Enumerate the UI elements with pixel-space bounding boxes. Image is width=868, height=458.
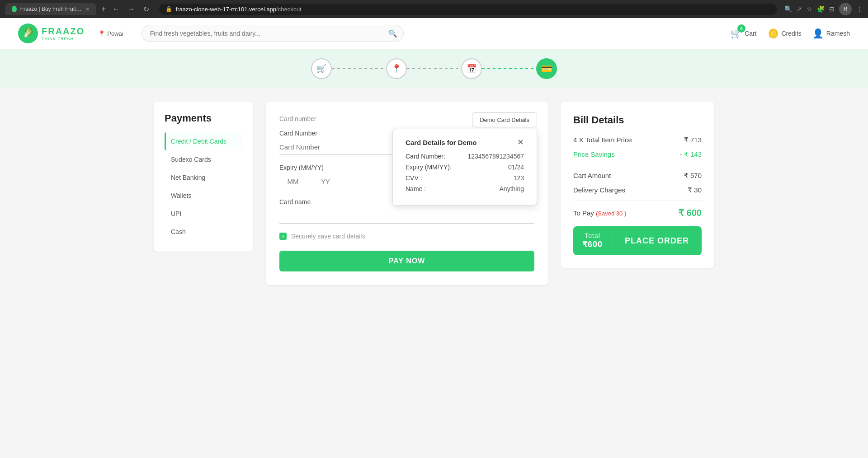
browser-chrome: Fraazo | Buy Freh Fruits & Vegita ✕ + ← … — [0, 0, 868, 18]
credits-button[interactable]: 🪙 Credits — [768, 28, 802, 39]
payment-method-cash[interactable]: Cash — [165, 223, 242, 241]
zoom-icon[interactable]: 🔍 — [784, 5, 792, 13]
bill-label-to-pay: To Pay (Saved 30 ) — [573, 209, 626, 217]
logo-name: FRAAZO — [42, 26, 85, 37]
bill-value-cart-amount: ₹ 570 — [684, 172, 702, 180]
main-content: Payments Credit / Debit Cards Sudexo Car… — [118, 88, 750, 299]
logo-icon: 🥬 — [18, 23, 38, 43]
user-label: Ramesh — [826, 30, 850, 37]
credits-icon: 🪙 — [768, 28, 779, 39]
payment-method-sudexo[interactable]: Sudexo Cards — [165, 150, 242, 168]
bill-label-delivery: Delivery Charges — [573, 186, 625, 194]
demo-field-label-cvv: CVV : — [406, 174, 422, 182]
card-form-panel: Card number Demo Card Details Card Numbe… — [266, 102, 548, 285]
bill-divider-2 — [573, 201, 702, 201]
bill-row-savings: Price Savings - ₹ 143 — [573, 150, 702, 159]
bill-title: Bill Details — [573, 114, 702, 126]
bill-saved-label: (Saved 30 ) — [596, 210, 626, 217]
demo-popup-row-expiry: Expiry (MM/YY): 01/24 — [406, 164, 524, 171]
demo-field-value-expiry: 01/24 — [508, 164, 524, 171]
step-schedule: 📅 — [461, 58, 482, 79]
bill-divider-1 — [573, 165, 702, 165]
demo-card-button[interactable]: Demo Card Details — [472, 112, 537, 127]
payment-method-label: Wallets — [171, 192, 191, 199]
payment-method-upi[interactable]: UPI — [165, 205, 242, 223]
bill-value-savings: - ₹ 143 — [680, 150, 702, 159]
place-order-total-label: Total — [582, 232, 603, 239]
demo-popup-row-cvv: CVV : 123 — [406, 174, 524, 182]
demo-popup: Card Details for Demo ✕ Card Number: 123… — [392, 129, 537, 206]
payment-method-label: Credit / Debit Cards — [171, 138, 226, 145]
bill-label-savings: Price Savings — [573, 150, 615, 159]
bill-row-to-pay: To Pay (Saved 30 ) ₹ 600 — [573, 207, 702, 218]
payment-method-credit-debit[interactable]: Credit / Debit Cards — [165, 132, 242, 150]
expiry-yy-input[interactable] — [312, 174, 339, 189]
save-card-checkbox[interactable]: ✓ — [279, 233, 287, 240]
demo-field-label-number: Card Number: — [406, 153, 445, 160]
refresh-button[interactable]: ↻ — [141, 3, 152, 15]
extensions-icon[interactable]: 🧩 — [817, 5, 825, 13]
address-bar[interactable]: 🔒 fraazo-clone-web-17-rtc101.vercel.app/… — [159, 4, 777, 15]
step-line-3 — [482, 68, 536, 69]
bookmark-icon[interactable]: ☆ — [807, 5, 812, 13]
bill-label-cart-amount: Cart Amount — [573, 172, 611, 180]
demo-field-label-expiry: Expiry (MM/YY): — [406, 164, 452, 171]
browser-actions: 🔍 ↗ ☆ 🧩 ⊟ R ⋮ — [784, 3, 863, 15]
cart-badge: 4 — [737, 24, 745, 33]
expiry-mm-input[interactable] — [279, 174, 307, 189]
demo-field-label-name: Name : — [406, 185, 426, 192]
logo-tagline: THINK FRESH — [42, 37, 85, 41]
svg-text:🥬: 🥬 — [23, 27, 34, 38]
logo[interactable]: 🥬 FRAAZO THINK FRESH — [18, 23, 85, 43]
search-icon: 🔍 — [388, 29, 397, 38]
place-order-label: PLACE ORDER — [612, 236, 702, 246]
bill-value-to-pay: ₹ 600 — [678, 207, 702, 218]
new-tab-icon[interactable]: + — [101, 5, 106, 14]
demo-popup-close-icon[interactable]: ✕ — [517, 138, 524, 146]
payments-title: Payments — [165, 112, 242, 124]
bill-row-total-item: 4 X Total Item Price ₹ 713 — [573, 136, 702, 144]
demo-popup-title: Card Details for Demo — [406, 139, 477, 146]
user-button[interactable]: 👤 Ramesh — [812, 28, 850, 39]
progress-steps: 🛒 📍 📅 💳 — [0, 49, 868, 88]
logo-text: FRAAZO THINK FRESH — [42, 26, 85, 41]
place-order-total-value: ₹600 — [582, 239, 603, 249]
payments-panel: Payments Credit / Debit Cards Sudexo Car… — [154, 102, 253, 252]
sidebar-icon[interactable]: ⊟ — [829, 5, 835, 13]
bill-row-cart-amount: Cart Amount ₹ 570 — [573, 172, 702, 180]
pay-now-button[interactable]: PAY NOW — [279, 251, 534, 271]
demo-popup-row-name: Name : Anything — [406, 185, 524, 192]
menu-icon[interactable]: ⋮ — [856, 5, 863, 13]
location-selector[interactable]: 📍 Powai — [98, 30, 123, 37]
header-actions: 🛒 4 Cart 🪙 Credits 👤 Ramesh — [731, 28, 850, 39]
profile-icon[interactable]: R — [839, 3, 852, 15]
step-cart: 🛒 — [311, 58, 332, 79]
payment-method-wallets[interactable]: Wallets — [165, 187, 242, 205]
tab-title: Fraazo | Buy Freh Fruits & Vegita — [20, 6, 82, 12]
demo-popup-header: Card Details for Demo ✕ — [406, 138, 524, 146]
search-input[interactable] — [142, 25, 404, 42]
demo-field-value-number: 1234567891234567 — [467, 153, 524, 160]
step-payment: 💳 — [536, 58, 557, 79]
card-name-input[interactable] — [279, 208, 534, 224]
demo-popup-row-number: Card Number: 1234567891234567 — [406, 153, 524, 160]
search-bar: 🔍 — [142, 25, 404, 42]
step-location: 📍 — [386, 58, 407, 79]
share-icon[interactable]: ↗ — [797, 5, 802, 13]
forward-button[interactable]: → — [125, 3, 138, 15]
location-label: Powai — [107, 30, 123, 37]
step-line-1 — [332, 68, 386, 69]
user-icon: 👤 — [812, 28, 824, 39]
cart-label: Cart — [745, 30, 756, 37]
place-order-button[interactable]: Total ₹600 PLACE ORDER — [573, 226, 702, 255]
bill-label-total-item: 4 X Total Item Price — [573, 136, 632, 144]
back-button[interactable]: ← — [110, 3, 123, 15]
payment-method-netbanking[interactable]: Net Banking — [165, 168, 242, 187]
step-line-2 — [407, 68, 461, 69]
cart-button[interactable]: 🛒 4 Cart — [731, 28, 756, 39]
payment-method-label: Net Banking — [171, 174, 205, 181]
browser-tab[interactable]: Fraazo | Buy Freh Fruits & Vegita ✕ — [5, 3, 96, 15]
save-card-label: Securely save card details — [291, 233, 365, 240]
tab-close-icon[interactable]: ✕ — [85, 6, 90, 12]
bill-row-delivery: Delivery Charges ₹ 30 — [573, 186, 702, 194]
